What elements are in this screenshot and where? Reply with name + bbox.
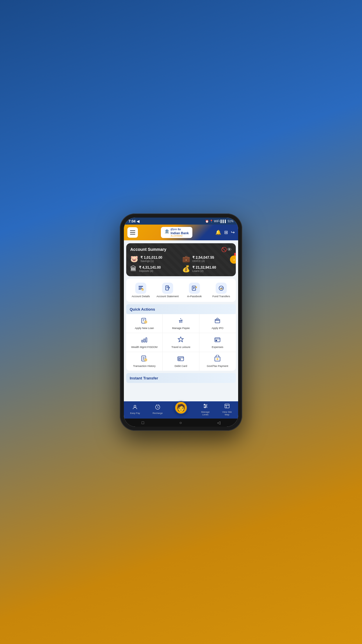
svg-rect-0 xyxy=(139,286,143,287)
menu-item-account-details[interactable]: Account Details xyxy=(128,281,154,299)
nav-easy-pay[interactable]: Easy Pay xyxy=(130,404,140,415)
android-back-icon[interactable]: ◁ xyxy=(217,420,220,425)
app-header: 🏦 इंडियन बैंक Indian Bank ALLAHABAD 🔔 ⊞ … xyxy=(124,225,238,240)
svg-rect-3 xyxy=(139,289,141,290)
hide-balance-icon[interactable]: 🚫👁 xyxy=(221,247,232,252)
svg-rect-43 xyxy=(179,359,180,360)
menu-line-2 xyxy=(130,232,135,233)
logo-allahabad-text: ALLAHABAD xyxy=(171,235,182,237)
svg-point-45 xyxy=(217,358,218,360)
action-travel-leisure[interactable]: Travel & Leisure xyxy=(163,333,199,352)
wealth-mgmt-icon xyxy=(141,336,148,344)
bottom-navigation: Easy Pay Recharge xyxy=(124,401,238,419)
account-details-icon xyxy=(135,283,146,294)
grid-view-icon[interactable]: ⊞ xyxy=(224,230,228,235)
quick-actions-title: Quick Actions xyxy=(130,307,155,312)
center-fab-icon: 🧑 xyxy=(177,404,185,412)
apply-loan-label: Apply New Loan xyxy=(135,327,154,330)
action-manage-payee[interactable]: Manage Payee xyxy=(163,314,199,333)
svg-rect-2 xyxy=(139,288,143,289)
action-expenses[interactable]: Expenses xyxy=(199,333,236,352)
account-statement-label: Account Statement xyxy=(157,295,179,298)
instant-transfer-title: Instant Transfer xyxy=(130,376,158,380)
svg-rect-28 xyxy=(142,340,143,342)
expenses-icon xyxy=(214,336,221,344)
loans-amount: ₹ 21,32,941.60 xyxy=(192,265,216,270)
transaction-history-icon xyxy=(141,355,148,363)
view-site-map-label: View SiteMap xyxy=(222,411,232,416)
summary-next-button[interactable]: › xyxy=(230,256,236,264)
menu-line-3 xyxy=(130,234,135,235)
nav-recharge[interactable]: Recharge xyxy=(152,404,163,415)
menu-button[interactable] xyxy=(127,227,138,238)
savings-item: 🐷 ₹ 1,01,011.00 Savings (1) xyxy=(130,255,180,263)
location-pin-icon: 📍 xyxy=(210,220,213,223)
svg-text:IPO: IPO xyxy=(216,319,219,321)
svg-rect-31 xyxy=(215,338,220,342)
phone-screen: 7:04 ◀ ⏰ 📍 WiFi ▌▌▌ 51% 🏦 xyxy=(124,218,238,427)
time-display: 7:04 xyxy=(129,219,136,223)
menu-item-account-statement[interactable]: Account Statement xyxy=(155,281,180,299)
deposits-amount: ₹ 4,31,141.00 xyxy=(139,265,161,270)
menu-line-1 xyxy=(130,230,135,231)
govt-tax-icon xyxy=(214,355,221,363)
scroll-content[interactable]: Account Summary 🚫👁 🐷 ₹ 1,01,011.00 Savin… xyxy=(124,240,238,401)
action-transaction-history[interactable]: Transaction History xyxy=(126,352,163,371)
loans-icon: 💰 xyxy=(182,265,190,273)
debit-card-icon xyxy=(177,355,184,363)
summary-title: Account Summary xyxy=(130,247,166,252)
expenses-label: Expenses xyxy=(212,346,224,349)
logo-hindi-text: इंडियन बैंक xyxy=(171,228,189,231)
recharge-label: Recharge xyxy=(152,412,163,415)
wifi-icon: WiFi xyxy=(214,220,220,223)
travel-leisure-icon xyxy=(177,336,184,344)
nav-view-site-map[interactable]: View SiteMap xyxy=(222,403,232,416)
quick-menu: Account Details Account Statement xyxy=(126,279,236,302)
status-bar: 7:04 ◀ ⏰ 📍 WiFi ▌▌▌ 51% xyxy=(124,218,238,225)
android-home-icon[interactable]: ○ xyxy=(179,420,182,425)
svg-rect-30 xyxy=(146,338,147,342)
action-debit-card[interactable]: Debit Card xyxy=(163,352,199,371)
savings-label: Savings (1) xyxy=(140,260,162,262)
quick-actions-grid: Apply New Loan Manage Payee xyxy=(126,314,236,370)
nav-manage-limits[interactable]: ManageLimits xyxy=(201,403,210,416)
summary-grid: 🐷 ₹ 1,01,011.00 Savings (1) 💼 ₹ 2,54,047… xyxy=(130,255,232,273)
m-passbook-label: m-Passbook xyxy=(187,295,202,298)
svg-rect-54 xyxy=(225,404,229,408)
govt-tax-label: Govt/Tax Payment xyxy=(207,365,229,368)
logo-english-text: Indian Bank xyxy=(171,231,189,235)
svg-rect-29 xyxy=(144,339,145,342)
deposits-item: 🏛 ₹ 4,31,141.00 Deposits (4) xyxy=(130,265,180,273)
battery-icon: 51% xyxy=(228,220,233,223)
action-apply-ipo[interactable]: IPO Apply IPO xyxy=(199,314,236,333)
logout-icon[interactable]: ↪ xyxy=(231,230,235,235)
svg-point-49 xyxy=(204,404,205,405)
menu-item-m-passbook[interactable]: m-Passbook xyxy=(182,281,207,299)
menu-item-fund-transfers[interactable]: Fund Transfers xyxy=(208,281,234,299)
account-details-label: Account Details xyxy=(132,295,150,298)
svg-point-46 xyxy=(134,405,136,407)
travel-leisure-label: Travel & Leisure xyxy=(171,346,190,349)
fund-transfers-label: Fund Transfers xyxy=(212,295,230,298)
odcc-label: OD/CC (4) xyxy=(192,260,214,262)
savings-amount: ₹ 1,01,011.00 xyxy=(140,256,162,260)
notification-bell-icon[interactable]: 🔔 xyxy=(215,230,221,235)
location-icon: ◀ xyxy=(137,219,139,223)
loans-label: Loans (2) xyxy=(192,270,216,272)
android-recent-icon[interactable]: □ xyxy=(142,420,144,425)
svg-rect-44 xyxy=(215,357,220,361)
apply-ipo-icon: IPO xyxy=(214,317,221,326)
account-summary-card: Account Summary 🚫👁 🐷 ₹ 1,01,011.00 Savin… xyxy=(126,243,236,276)
bank-logo-icon: 🏦 xyxy=(164,229,169,234)
action-wealth-mgmt[interactable]: Wealth Mgmt FISDOM xyxy=(126,333,163,352)
center-fab-button[interactable]: 🧑 xyxy=(174,401,188,414)
easy-pay-icon xyxy=(132,404,138,412)
view-site-map-icon xyxy=(224,403,230,410)
fund-transfers-icon xyxy=(216,283,227,294)
action-govt-tax[interactable]: Govt/Tax Payment xyxy=(199,352,236,371)
odcc-item: 💼 ₹ 2,54,047.55 OD/CC (4) xyxy=(182,255,232,263)
odcc-amount: ₹ 2,54,047.55 xyxy=(192,256,214,260)
recharge-icon xyxy=(155,404,161,412)
action-apply-new-loan[interactable]: Apply New Loan xyxy=(126,314,163,333)
bank-logo: 🏦 इंडियन बैंक Indian Bank ALLAHABAD xyxy=(161,227,192,238)
